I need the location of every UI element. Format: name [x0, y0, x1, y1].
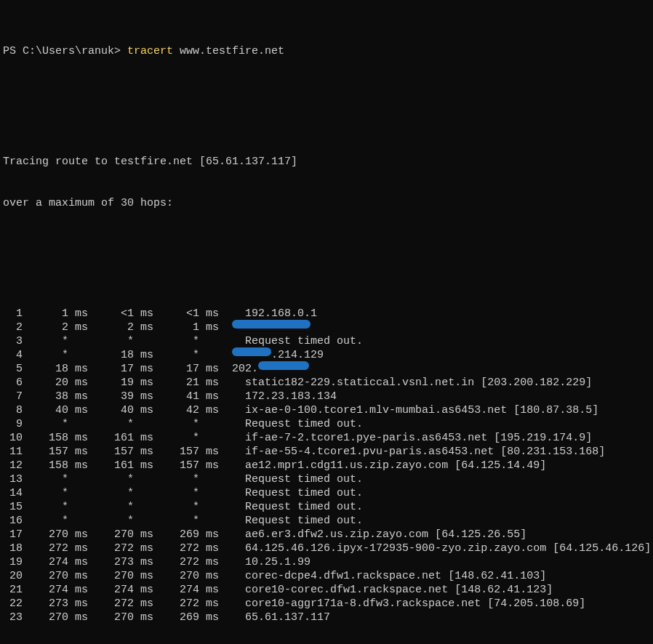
hop-number: 10	[3, 431, 23, 445]
hop-time: 40 ms	[88, 403, 153, 417]
hop-time: *	[23, 472, 88, 486]
hop-time: *	[23, 500, 88, 514]
hop-number: 22	[3, 597, 23, 611]
hop-time: *	[153, 348, 219, 362]
hop-time: 18 ms	[23, 362, 88, 376]
hop-time: 157 ms	[88, 445, 153, 459]
hop-time: 273 ms	[88, 555, 153, 569]
hop-destination: Request timed out.	[232, 472, 363, 486]
hop-number: 13	[3, 472, 23, 486]
hop-destination: 10.25.1.99	[232, 555, 311, 569]
hop-destination: ae6.er3.dfw2.us.zip.zayo.com [64.125.26.…	[232, 528, 526, 542]
hop-time: *	[23, 417, 88, 431]
hop-row: 21 274 ms 274 ms 274 ms core10-corec.dfw…	[3, 583, 650, 597]
blank-line	[3, 100, 650, 113]
hop-destination: .214.129	[271, 348, 324, 362]
hop-time: 270 ms	[153, 569, 219, 583]
hop-time: *	[153, 486, 219, 500]
hop-time: 40 ms	[23, 403, 88, 417]
hop-time: 270 ms	[23, 611, 88, 624]
hop-dest-pad	[219, 583, 232, 597]
hop-time: *	[23, 514, 88, 528]
hop-destination: ix-ae-0-100.tcore1.mlv-mumbai.as6453.net…	[232, 403, 598, 417]
prompt-line-1: PS C:\Users\ranuk> tracert www.testfire.…	[3, 44, 650, 58]
hop-time: *	[23, 348, 88, 362]
hop-row: 16 * * * Request timed out.	[3, 514, 650, 528]
hop-dest-pad	[219, 500, 232, 514]
hop-row: 11 157 ms 157 ms 157 ms if-ae-55-4.tcore…	[3, 445, 650, 459]
hop-time: 161 ms	[88, 459, 153, 472]
hop-destination: core10-aggr171a-8.dfw3.rackspace.net [74…	[232, 597, 585, 611]
powershell-terminal[interactable]: PS C:\Users\ranuk> tracert www.testfire.…	[0, 0, 653, 644]
hop-time: 18 ms	[88, 348, 153, 362]
hop-time: *	[88, 500, 153, 514]
hop-time: 272 ms	[23, 542, 88, 555]
hop-time: 270 ms	[23, 528, 88, 542]
hop-row: 9 * * * Request timed out.	[3, 417, 650, 431]
hop-time: 158 ms	[23, 431, 88, 445]
hop-destination: if-ae-7-2.tcore1.pye-paris.as6453.net [1…	[232, 431, 592, 445]
hop-dest-pad	[219, 486, 232, 500]
hop-row: 10 158 ms 161 ms * if-ae-7-2.tcore1.pye-…	[3, 431, 650, 445]
hop-destination: Request timed out.	[232, 514, 363, 528]
hop-destination: core10-corec.dfw1.rackspace.net [148.62.…	[232, 583, 553, 597]
hop-row: 8 40 ms 40 ms 42 ms ix-ae-0-100.tcore1.m…	[3, 403, 650, 417]
hop-dest-pad	[219, 514, 232, 528]
hop-number: 4	[3, 348, 23, 362]
hop-time: <1 ms	[153, 307, 219, 321]
hop-dest-pad	[219, 321, 232, 334]
hop-time: *	[153, 500, 219, 514]
hop-time: 1 ms	[23, 307, 88, 321]
hop-destination: Request timed out.	[232, 486, 363, 500]
hop-dest-pad	[219, 376, 232, 390]
hop-dest-pad	[219, 555, 232, 569]
hop-time: *	[88, 486, 153, 500]
hop-number: 18	[3, 542, 23, 555]
hop-number: 15	[3, 500, 23, 514]
hop-time: 272 ms	[88, 542, 153, 555]
hop-time: 270 ms	[23, 569, 88, 583]
hop-dest-pad	[219, 334, 232, 348]
hop-row: 22 273 ms 272 ms 272 ms core10-aggr171a-…	[3, 597, 650, 611]
hop-number: 2	[3, 321, 23, 334]
tracert-hops-table: 1 1 ms <1 ms <1 ms 192.168.0.1 2 2 ms 2 …	[3, 307, 650, 624]
hop-time: 269 ms	[153, 611, 219, 624]
hop-dest-pad	[219, 403, 232, 417]
command-arg: www.testfire.net	[173, 44, 284, 58]
hop-destination: static182-229.staticcal.vsnl.net.in [203…	[232, 376, 592, 390]
redaction-pill	[232, 320, 311, 329]
hop-destination: 64.125.46.126.ipyx-172935-900-zyo.zip.za…	[232, 542, 651, 555]
hop-number: 21	[3, 583, 23, 597]
hop-number: 8	[3, 403, 23, 417]
hop-time: 21 ms	[153, 376, 219, 390]
hop-destination: corec-dcpe4.dfw1.rackspace.net [148.62.4…	[232, 569, 546, 583]
hop-time: 272 ms	[153, 597, 219, 611]
hop-dest-pad	[219, 472, 232, 486]
hop-time: *	[88, 417, 153, 431]
resolve-line-2: over a maximum of 30 hops:	[3, 196, 650, 210]
hop-time: 274 ms	[23, 583, 88, 597]
hop-destination: 192.168.0.1	[232, 307, 317, 321]
hop-time: *	[88, 472, 153, 486]
hop-row: 3 * * * Request timed out.	[3, 334, 650, 348]
hop-row: 19 274 ms 273 ms 272 ms 10.25.1.99	[3, 555, 650, 569]
hop-time: 272 ms	[153, 542, 219, 555]
hop-destination: 65.61.137.117	[232, 611, 330, 624]
hop-time: *	[153, 417, 219, 431]
hop-time: 157 ms	[23, 445, 88, 459]
hop-number: 7	[3, 390, 23, 403]
hop-time: 2 ms	[88, 321, 153, 334]
hop-time: 270 ms	[88, 528, 153, 542]
redaction-pill	[232, 347, 271, 356]
hop-dest-pad	[219, 307, 232, 321]
hop-time: 270 ms	[88, 611, 153, 624]
hop-number: 6	[3, 376, 23, 390]
hop-time: *	[23, 486, 88, 500]
hop-row: 7 38 ms 39 ms 41 ms 172.23.183.134	[3, 390, 650, 403]
hop-time: <1 ms	[88, 307, 153, 321]
hop-row: 5 18 ms 17 ms 17 ms 202.	[3, 362, 650, 376]
hop-number: 3	[3, 334, 23, 348]
hop-time: *	[88, 514, 153, 528]
hop-row: 15 * * * Request timed out.	[3, 500, 650, 514]
command-tracert: tracert	[127, 44, 173, 58]
